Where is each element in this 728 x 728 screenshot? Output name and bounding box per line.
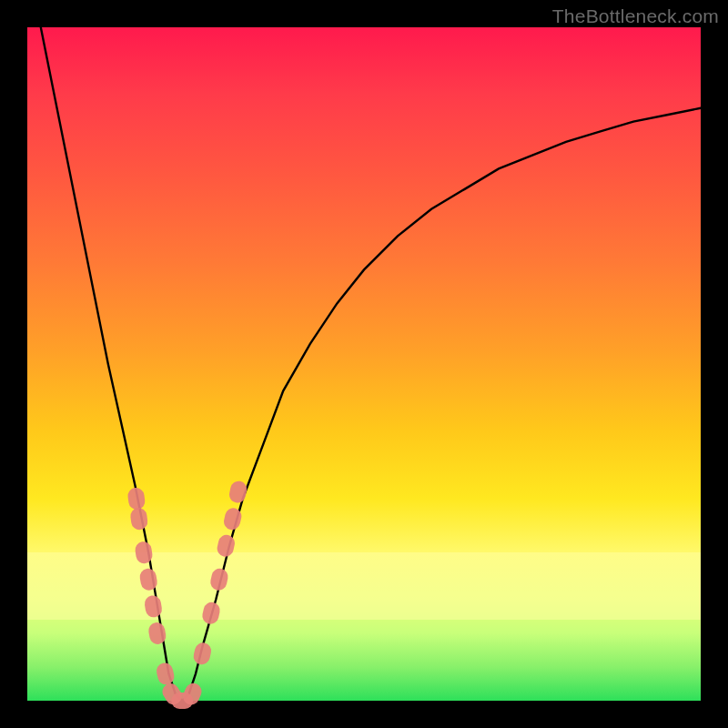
chart-frame: TheBottleneck.com: [0, 0, 728, 728]
data-marker: [228, 480, 248, 504]
data-marker: [144, 594, 164, 619]
data-marker: [201, 601, 222, 625]
bottleneck-curve-svg: [27, 27, 701, 701]
data-marker: [209, 567, 230, 592]
data-marker: [129, 507, 148, 531]
data-markers: [126, 480, 248, 709]
data-marker: [216, 533, 237, 558]
bottleneck-curve: [41, 27, 701, 701]
data-marker: [126, 487, 146, 511]
watermark-text: TheBottleneck.com: [552, 5, 719, 27]
data-marker: [192, 641, 213, 665]
